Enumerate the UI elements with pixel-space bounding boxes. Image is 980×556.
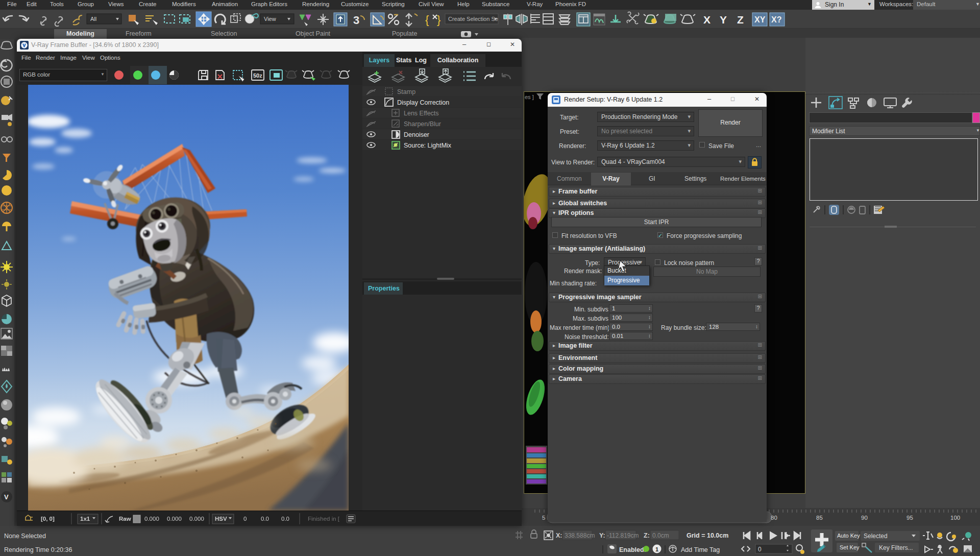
- svg-text:X:: X:: [556, 532, 562, 539]
- svg-text:95: 95: [906, 515, 913, 521]
- svg-text:Lens Effects: Lens Effects: [404, 110, 439, 117]
- svg-text:0.000: 0.000: [189, 516, 204, 522]
- svg-text:All: All: [90, 16, 96, 22]
- svg-text:90: 90: [861, 515, 868, 521]
- svg-text:Selected: Selected: [864, 533, 888, 540]
- svg-text:80: 80: [771, 515, 777, 521]
- svg-text:Add Time Tag: Add Time Tag: [681, 546, 720, 553]
- svg-text:100: 100: [950, 515, 960, 521]
- svg-text:Grid = 10.0cm: Grid = 10.0cm: [687, 532, 728, 539]
- svg-text:Source: LightMix: Source: LightMix: [404, 142, 452, 149]
- svg-text:0.0: 0.0: [281, 516, 289, 522]
- svg-text:}: }: [437, 13, 440, 26]
- svg-text:1x1: 1x1: [80, 516, 90, 522]
- svg-text:Stamp: Stamp: [397, 88, 415, 95]
- svg-text:0.000: 0.000: [167, 516, 182, 522]
- svg-text:Auto Key: Auto Key: [837, 533, 860, 539]
- svg-text:Y:: Y:: [599, 532, 605, 539]
- svg-text:0: 0: [243, 516, 247, 522]
- svg-text:V: V: [4, 493, 9, 501]
- svg-text:X: X: [703, 14, 710, 26]
- svg-text:-112.819cm: -112.819cm: [607, 532, 639, 539]
- svg-text:Finished in [: Finished in [: [308, 516, 340, 522]
- svg-text:X?: X?: [771, 15, 781, 24]
- svg-text:0.000: 0.000: [144, 516, 159, 522]
- svg-text:Y: Y: [720, 14, 727, 26]
- svg-text:HSV: HSV: [215, 516, 227, 522]
- svg-text:Z: Z: [737, 14, 744, 26]
- svg-text:0.0cm: 0.0cm: [652, 532, 669, 539]
- svg-text:50z: 50z: [253, 72, 262, 79]
- svg-text:Raw: Raw: [119, 516, 131, 522]
- svg-text:0.0: 0.0: [261, 516, 269, 522]
- svg-text:3: 3: [353, 14, 359, 27]
- svg-text:5: 5: [542, 515, 545, 521]
- svg-text:Sharpen/Blur: Sharpen/Blur: [404, 120, 441, 128]
- svg-text:Set Key: Set Key: [840, 544, 860, 550]
- svg-text:View: View: [264, 16, 276, 22]
- svg-text:0: 0: [758, 546, 762, 553]
- svg-text:[0, 0]: [0, 0]: [41, 516, 55, 522]
- svg-text:Key Filters...: Key Filters...: [879, 544, 913, 551]
- svg-text:{: {: [425, 13, 429, 26]
- svg-text:Create Selection Se: Create Selection Se: [448, 16, 498, 22]
- svg-text:338.588cm: 338.588cm: [565, 532, 595, 539]
- svg-text:85: 85: [816, 515, 823, 521]
- svg-text:Enabled:: Enabled:: [619, 546, 646, 553]
- svg-text:Denoiser: Denoiser: [404, 131, 429, 138]
- svg-text:1: 1: [655, 546, 658, 552]
- svg-text:XY: XY: [754, 15, 766, 24]
- svg-text:Display Correction: Display Correction: [397, 99, 449, 106]
- svg-text:Z:: Z:: [644, 532, 650, 539]
